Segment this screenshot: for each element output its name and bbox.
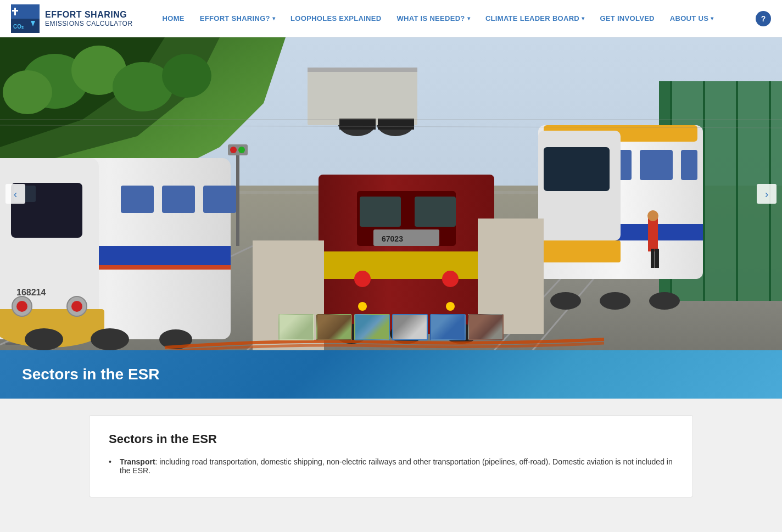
- brand-text: EFFORT SHARING EMISSIONS CALCULATOR: [45, 9, 133, 27]
- svg-point-89: [550, 292, 581, 310]
- svg-rect-54: [121, 186, 154, 213]
- svg-rect-88: [655, 249, 659, 268]
- svg-text:67023: 67023: [382, 234, 403, 243]
- thumbnail-3[interactable]: [354, 314, 390, 340]
- bullet-label: Transport: [120, 457, 155, 466]
- svg-rect-83: [544, 147, 610, 191]
- svg-rect-94: [236, 147, 239, 246]
- svg-point-59: [91, 328, 129, 350]
- svg-rect-85: [648, 219, 658, 251]
- thumbnail-4[interactable]: [392, 314, 428, 340]
- svg-rect-3: [12, 10, 18, 12]
- svg-point-68: [354, 271, 371, 287]
- prev-slide-button[interactable]: ‹: [5, 184, 25, 204]
- nav-links: HOME EFFORT SHARING? ▾ LOOPHOLES EXPLAIN…: [155, 0, 756, 37]
- svg-point-97: [238, 147, 245, 153]
- dropdown-caret: ▾: [582, 15, 584, 21]
- svg-rect-55: [162, 186, 195, 213]
- content-area: Sectors in the ESR Transport: including …: [0, 399, 782, 514]
- brand-logo-container: CO₂: [11, 4, 40, 33]
- svg-point-70: [358, 302, 367, 311]
- list-item: Transport: including road transportation…: [109, 457, 673, 475]
- svg-rect-65: [415, 197, 456, 227]
- nav-what-needed[interactable]: WHAT IS NEEDED? ▾: [389, 0, 477, 37]
- svg-rect-81: [681, 150, 697, 180]
- dropdown-caret: ▾: [272, 15, 275, 21]
- svg-rect-29: [736, 81, 738, 301]
- nav-about-us[interactable]: ABOUT US ▾: [662, 0, 722, 37]
- thumbnail-2[interactable]: [316, 314, 352, 340]
- svg-text:CO₂: CO₂: [13, 24, 24, 30]
- svg-rect-62: [324, 251, 489, 279]
- nav-climate-leader[interactable]: CLIMATE LEADER BOARD ▾: [478, 0, 592, 37]
- svg-point-52: [16, 301, 27, 312]
- nav-home[interactable]: HOME: [155, 0, 192, 37]
- svg-rect-8: [308, 68, 417, 72]
- svg-point-71: [446, 302, 455, 311]
- svg-rect-14: [378, 119, 414, 130]
- svg-point-96: [230, 147, 237, 153]
- svg-rect-28: [703, 81, 705, 301]
- svg-point-53: [71, 301, 82, 312]
- svg-rect-80: [640, 150, 673, 180]
- bullet-text: : including road transportation, domesti…: [120, 457, 673, 475]
- hero-slider: 168214 67023: [0, 37, 782, 350]
- svg-rect-56: [203, 186, 236, 213]
- svg-point-91: [649, 292, 680, 310]
- svg-rect-87: [651, 249, 655, 268]
- thumbnail-strip: [278, 314, 504, 340]
- nav-get-involved[interactable]: GET INVOLVED: [592, 0, 662, 37]
- content-list: Transport: including road transportation…: [109, 457, 673, 475]
- navbar: CO₂ EFFORT SHARING EMISSIONS CALCULATOR …: [0, 0, 782, 37]
- svg-point-90: [600, 292, 630, 310]
- svg-point-69: [442, 271, 459, 287]
- brand-logo-link[interactable]: CO₂ EFFORT SHARING EMISSIONS CALCULATOR: [11, 4, 133, 33]
- brand-subtitle: EMISSIONS CALCULATOR: [45, 20, 133, 27]
- svg-text:168214: 168214: [16, 288, 46, 297]
- section-title: Sectors in the ESR: [22, 366, 760, 383]
- content-title: Sectors in the ESR: [109, 432, 673, 446]
- next-slide-button[interactable]: ›: [757, 184, 777, 204]
- nav-effort-sharing[interactable]: EFFORT SHARING? ▾: [192, 0, 283, 37]
- section-header: Sectors in the ESR: [0, 350, 782, 399]
- svg-point-22: [3, 70, 52, 114]
- svg-point-58: [25, 328, 63, 350]
- nav-loopholes[interactable]: LOOPHOLES EXPLAINED: [283, 0, 389, 37]
- thumbnail-6[interactable]: [468, 314, 504, 340]
- svg-point-86: [647, 210, 658, 221]
- hero-image: 168214 67023: [0, 37, 782, 350]
- brand-title: EFFORT SHARING: [45, 9, 133, 20]
- svg-rect-84: [538, 240, 621, 262]
- dropdown-caret: ▾: [467, 15, 470, 21]
- svg-rect-64: [360, 197, 401, 227]
- dropdown-caret: ▾: [711, 15, 713, 21]
- content-card: Sectors in the ESR Transport: including …: [89, 415, 693, 497]
- svg-rect-13: [339, 119, 376, 130]
- help-button[interactable]: ?: [756, 11, 771, 26]
- thumbnail-5[interactable]: [430, 314, 466, 340]
- svg-point-21: [162, 54, 211, 98]
- thumbnail-1[interactable]: [278, 314, 314, 340]
